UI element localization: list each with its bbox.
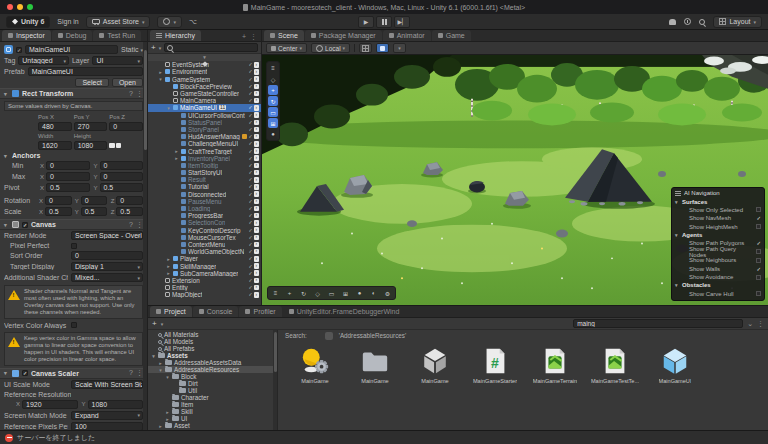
kebab-menu-icon[interactable]: ⋮ (136, 369, 143, 377)
history-icon[interactable] (684, 18, 691, 25)
check-icon[interactable]: ✓ (248, 170, 252, 175)
scene-view-tab[interactable]: Package Manager (305, 30, 382, 41)
hierarchy-row[interactable]: BlockFacePreview ✓ › (148, 83, 261, 90)
rect-tool-button[interactable]: ⊞ (268, 118, 278, 128)
inspector-tab[interactable]: Inspector (2, 30, 51, 41)
hierarchy-row[interactable]: ChallengeMenuUI ✓ › (148, 140, 261, 147)
open-prefab-icon[interactable]: › (254, 278, 260, 284)
kebab-menu-icon[interactable]: ⋮ (757, 320, 764, 328)
hierarchy-row[interactable]: StatusPanel ✓ › (148, 119, 261, 126)
check-icon[interactable]: ✓ (248, 120, 252, 125)
gameobject-name-field[interactable]: MainGameUI (25, 45, 118, 54)
hierarchy-row[interactable]: ContextMenu ✓ › (148, 241, 261, 248)
check-icon[interactable]: ✓ (248, 192, 252, 197)
foldout-arrow-icon[interactable]: ▾ (4, 91, 9, 97)
rotation-y-field[interactable]: 0 (81, 196, 108, 205)
asset-tile[interactable]: MainGameTerrain (530, 346, 580, 384)
expand-arrow-icon[interactable]: ▸ (158, 423, 163, 429)
nav-option-row[interactable]: Show HeightMesh (675, 222, 761, 230)
transform-tool-button[interactable]: ● (268, 129, 278, 139)
expand-arrow-icon[interactable]: ▾ (202, 54, 207, 60)
open-prefab-icon[interactable]: › (254, 112, 260, 118)
kebab-menu-icon[interactable]: ⋮ (136, 221, 143, 229)
folder-row[interactable]: All Prefabs (148, 345, 277, 352)
anchor-max-y-field[interactable]: 0 (100, 172, 144, 181)
open-prefab-icon[interactable]: › (254, 170, 260, 176)
check-icon[interactable]: ✓ (248, 271, 252, 276)
hierarchy-row[interactable]: StartStoryUI ✓ › (148, 169, 261, 176)
check-icon[interactable]: ✓ (248, 163, 252, 168)
step-button[interactable]: ▶▏ (394, 16, 410, 28)
screen-match-mode-dropdown[interactable]: Expand (71, 411, 143, 420)
height-field[interactable]: 1080 (74, 141, 108, 150)
transform-tool-icon[interactable]: ⊞ (339, 288, 352, 298)
foldout-arrow-icon[interactable]: ▾ (675, 199, 680, 205)
check-icon[interactable]: ✓ (248, 213, 252, 218)
hierarchy-row[interactable]: ▸ InventoryPanel ✓ › (148, 155, 261, 162)
hierarchy-row[interactable]: Disconnected ✓ › (148, 191, 261, 198)
hierarchy-row[interactable]: StoryPanel ✓ › (148, 126, 261, 133)
canvas-scaler-header[interactable]: ▾ Canvas Scaler ?⋮ (0, 368, 147, 379)
bottom-panel-tab[interactable]: Profiler (239, 306, 281, 317)
check-icon[interactable]: ✓ (248, 184, 252, 189)
kebab-menu-icon[interactable]: ⋮ (136, 90, 143, 98)
help-icon[interactable]: ? (129, 369, 133, 377)
snap-toggle-button[interactable] (376, 43, 389, 53)
brush-tool-icon[interactable]: ◐ (367, 288, 380, 298)
expand-arrow-icon[interactable]: ▸ (166, 256, 171, 262)
nav-option-checkbox[interactable] (756, 249, 761, 254)
rotate-tool-button[interactable]: ↻ (268, 96, 278, 106)
expand-arrow-icon[interactable]: ▸ (174, 155, 179, 161)
expand-arrow-icon[interactable]: ▸ (165, 416, 170, 422)
open-prefab-icon[interactable]: › (254, 105, 260, 111)
hierarchy-row[interactable]: GameStateController ✓ › (148, 90, 261, 97)
open-prefab-icon[interactable]: › (254, 227, 260, 233)
expand-arrow-icon[interactable]: ▸ (174, 148, 179, 154)
hierarchy-row[interactable]: Loading ✓ › (148, 205, 261, 212)
overlay-handle-icon[interactable] (675, 191, 681, 196)
vertex-color-checkbox[interactable] (71, 322, 77, 328)
asset-tile[interactable]: MainGame (350, 346, 400, 384)
open-prefab-icon[interactable]: › (254, 220, 260, 226)
nav-option-row[interactable]: Show NavMesh ✓ (675, 214, 761, 222)
sort-order-field[interactable]: 0 (71, 251, 143, 260)
check-icon[interactable]: ✓ (248, 228, 252, 233)
nav-option-row[interactable]: Show Walls ✓ (675, 264, 761, 272)
ai-navigation-title[interactable]: AI Navigation (675, 190, 761, 196)
raw-edit-icon[interactable] (116, 143, 122, 149)
pivot-y-field[interactable]: 0.5 (100, 183, 144, 192)
rotation-z-field[interactable]: 0 (116, 196, 143, 205)
ref-resolution-y-field[interactable]: 1080 (88, 400, 144, 409)
hierarchy-row[interactable]: ItemTooltip ✓ › (148, 162, 261, 169)
hierarchy-row[interactable]: ▾ MainGame (148, 54, 261, 61)
search-icon[interactable] (699, 19, 705, 25)
scene-view-tab[interactable]: Game (432, 30, 471, 41)
search-scope-path[interactable]: 'AddressableResources' (339, 332, 407, 339)
folder-row[interactable]: All Models (148, 338, 277, 345)
ref-resolution-x-field[interactable]: 1920 (22, 400, 78, 409)
scale-z-field[interactable]: 0.5 (116, 207, 143, 216)
hierarchy-row[interactable]: ▸ Player ✓ › (148, 255, 261, 262)
nav-option-row[interactable]: ▾ Surfaces (675, 197, 761, 205)
hierarchy-row[interactable]: ▾ GameSystem ✓ › (148, 76, 261, 83)
folder-row[interactable]: Character (148, 394, 277, 401)
blueprint-icon[interactable] (109, 143, 115, 149)
snap-increment-button[interactable]: ▾ (393, 43, 406, 53)
folder-row[interactable]: Dirt (148, 380, 277, 387)
nav-option-checkbox[interactable] (756, 291, 761, 296)
rect-tool-icon[interactable]: ▭ (325, 288, 338, 298)
nav-option-checkbox[interactable] (756, 207, 761, 212)
open-prefab-icon[interactable]: › (254, 163, 260, 169)
scene-view-tab[interactable]: Scene (264, 30, 304, 41)
check-icon[interactable]: ✓ (248, 98, 252, 103)
rect-transform-header[interactable]: ▾ Rect Transform ?⋮ (0, 88, 147, 99)
folder-row[interactable]: ▾ Block (148, 373, 277, 380)
open-prefab-icon[interactable]: › (254, 270, 260, 276)
check-icon[interactable]: ✓ (248, 156, 252, 161)
asset-tile[interactable]: MainGameUI (650, 346, 700, 384)
folder-row[interactable]: ▾ Assets (148, 352, 277, 359)
hierarchy-row[interactable]: MainCamera ✓ › (148, 97, 261, 104)
bottom-panel-tab[interactable]: Console (193, 306, 239, 317)
ref-pixels-field[interactable]: 100 (71, 422, 143, 430)
static-dropdown[interactable]: Static▾ (121, 46, 143, 53)
